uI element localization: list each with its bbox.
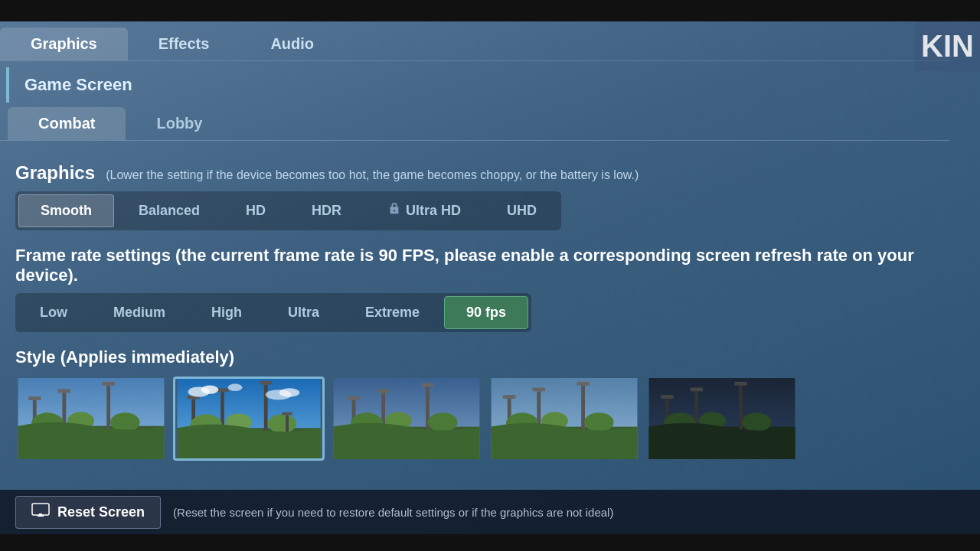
style-thumb-2[interactable] <box>173 377 325 461</box>
fps-low[interactable]: Low <box>18 296 89 329</box>
bottom-bar <box>0 534 980 551</box>
style-thumb-1[interactable] <box>15 377 167 461</box>
svg-rect-48 <box>581 386 585 437</box>
svg-rect-60 <box>734 382 746 386</box>
top-bar <box>0 0 980 21</box>
tab-lobby[interactable]: Lobby <box>126 107 233 140</box>
graphics-balanced[interactable]: Balanced <box>117 194 221 227</box>
monitor-icon <box>31 503 50 522</box>
svg-point-10 <box>110 412 140 432</box>
svg-rect-64 <box>39 514 42 517</box>
frame-rate-options: Low Medium High Ultra Extreme 90 fps <box>15 293 531 332</box>
graphics-hdr[interactable]: HDR <box>290 194 363 227</box>
graphics-ultra-hd[interactable]: Ultra HD <box>366 194 482 227</box>
svg-rect-43 <box>503 395 515 399</box>
tab-combat[interactable]: Combat <box>8 107 126 140</box>
svg-point-39 <box>428 412 458 432</box>
fps-90[interactable]: 90 fps <box>444 296 528 329</box>
fps-extreme[interactable]: Extreme <box>344 296 441 329</box>
tab-graphics[interactable]: Graphics <box>0 28 128 60</box>
svg-rect-49 <box>577 382 589 386</box>
style-thumb-4[interactable] <box>488 377 640 461</box>
graphics-uhd[interactable]: UHD <box>485 194 558 227</box>
top-tabs: Graphics Effects Audio <box>0 21 949 61</box>
svg-rect-23 <box>282 412 292 415</box>
fps-medium[interactable]: Medium <box>92 296 187 329</box>
main-container: Graphics Effects Audio Game Screen Comba… <box>0 21 949 534</box>
section-header-text: Game Screen <box>24 75 132 95</box>
graphics-label: Graphics (Lower the setting if the devic… <box>15 162 934 184</box>
frame-rate-label: Frame rate settings (the current frame r… <box>15 246 934 285</box>
svg-point-21 <box>268 414 297 433</box>
svg-rect-5 <box>58 389 70 393</box>
fps-high[interactable]: High <box>190 296 263 329</box>
svg-point-50 <box>584 412 614 432</box>
svg-point-61 <box>742 412 772 432</box>
style-label: Style (Applies immediately) <box>15 347 934 367</box>
tab-effects[interactable]: Effects <box>128 28 240 60</box>
svg-rect-62 <box>32 504 49 515</box>
svg-rect-56 <box>691 388 703 392</box>
lock-icon <box>387 202 401 220</box>
svg-rect-20 <box>260 381 272 385</box>
bottom-action-bar: Reset Screen (Reset the screen if you ne… <box>0 490 980 534</box>
kin-text: KIN <box>915 21 980 71</box>
svg-rect-38 <box>421 383 433 387</box>
svg-rect-37 <box>426 387 430 438</box>
style-thumb-3[interactable] <box>331 377 482 461</box>
style-thumb-5[interactable] <box>646 377 798 461</box>
reset-note: (Reset the screen if you need to restore… <box>173 506 613 519</box>
svg-rect-32 <box>348 396 360 400</box>
graphics-options: Smooth Balanced HD HDR Ultra HD UHD <box>15 191 561 230</box>
svg-rect-45 <box>533 388 545 392</box>
svg-point-25 <box>201 386 219 394</box>
svg-point-28 <box>228 384 243 391</box>
svg-rect-9 <box>102 382 114 386</box>
content-area: Graphics (Lower the setting if the devic… <box>0 155 949 468</box>
sub-tabs: Combat Lobby <box>0 107 949 141</box>
svg-rect-3 <box>28 396 41 400</box>
reset-screen-button[interactable]: Reset Screen <box>15 496 161 529</box>
style-thumbnails <box>15 377 934 461</box>
svg-rect-54 <box>661 395 673 399</box>
graphics-smooth[interactable]: Smooth <box>18 194 114 227</box>
section-header: Game Screen <box>6 67 949 103</box>
svg-rect-59 <box>739 386 743 437</box>
fps-ultra[interactable]: Ultra <box>266 296 341 329</box>
graphics-hd[interactable]: HD <box>224 194 287 227</box>
svg-point-27 <box>279 388 299 396</box>
tab-audio[interactable]: Audio <box>240 28 345 60</box>
svg-rect-34 <box>377 389 389 393</box>
